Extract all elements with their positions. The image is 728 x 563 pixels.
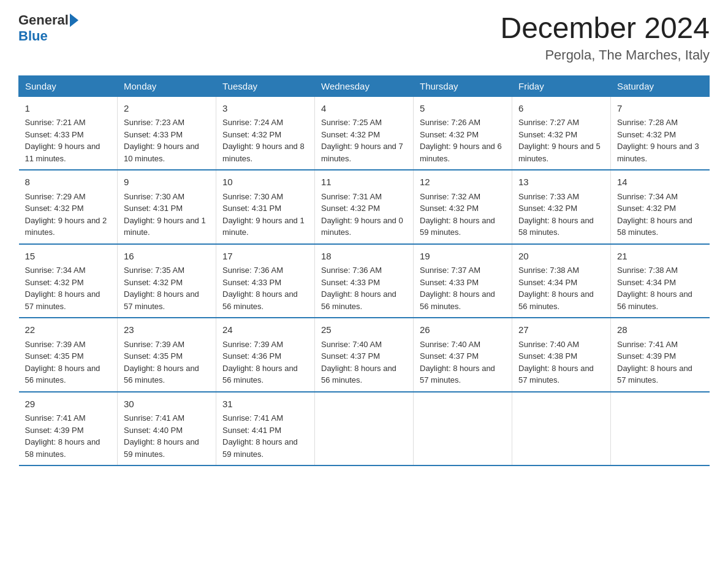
calendar-cell: 29Sunrise: 7:41 AMSunset: 4:39 PMDayligh… <box>19 392 118 466</box>
day-info: Sunrise: 7:41 AMSunset: 4:40 PMDaylight:… <box>124 413 199 459</box>
day-info: Sunrise: 7:35 AMSunset: 4:32 PMDaylight:… <box>124 266 199 311</box>
day-number: 19 <box>420 250 506 264</box>
calendar-cell: 19Sunrise: 7:37 AMSunset: 4:33 PMDayligh… <box>414 244 512 318</box>
day-info: Sunrise: 7:39 AMSunset: 4:36 PMDaylight:… <box>222 340 298 385</box>
day-info: Sunrise: 7:36 AMSunset: 4:33 PMDaylight:… <box>321 266 396 311</box>
logo: General Blue <box>18 12 80 44</box>
day-number: 12 <box>420 175 506 190</box>
day-number: 30 <box>124 397 210 412</box>
day-info: Sunrise: 7:33 AMSunset: 4:32 PMDaylight:… <box>518 192 594 237</box>
day-number: 20 <box>518 250 604 264</box>
day-number: 15 <box>25 250 112 264</box>
calendar-cell: 14Sunrise: 7:34 AMSunset: 4:32 PMDayligh… <box>611 170 710 244</box>
day-number: 7 <box>617 102 703 116</box>
day-number: 6 <box>518 102 604 116</box>
calendar-cell: 31Sunrise: 7:41 AMSunset: 4:41 PMDayligh… <box>216 392 315 466</box>
day-number: 4 <box>321 102 407 116</box>
logo-general-text: General <box>18 12 69 28</box>
day-number: 14 <box>617 175 703 190</box>
page-title: December 2024 <box>500 12 710 45</box>
calendar-cell <box>611 392 710 466</box>
calendar-cell: 26Sunrise: 7:40 AMSunset: 4:37 PMDayligh… <box>414 318 512 392</box>
day-info: Sunrise: 7:38 AMSunset: 4:34 PMDaylight:… <box>518 266 594 311</box>
day-info: Sunrise: 7:41 AMSunset: 4:39 PMDaylight:… <box>617 340 692 385</box>
calendar-cell: 5Sunrise: 7:26 AMSunset: 4:32 PMDaylight… <box>414 96 512 170</box>
logo-blue-text: Blue <box>18 28 48 44</box>
day-info: Sunrise: 7:34 AMSunset: 4:32 PMDaylight:… <box>617 192 692 237</box>
calendar-cell: 7Sunrise: 7:28 AMSunset: 4:32 PMDaylight… <box>611 96 710 170</box>
calendar-cell: 17Sunrise: 7:36 AMSunset: 4:33 PMDayligh… <box>216 244 315 318</box>
day-info: Sunrise: 7:32 AMSunset: 4:32 PMDaylight:… <box>420 192 495 237</box>
calendar-cell: 6Sunrise: 7:27 AMSunset: 4:32 PMDaylight… <box>512 96 611 170</box>
calendar-cell: 28Sunrise: 7:41 AMSunset: 4:39 PMDayligh… <box>611 318 710 392</box>
day-info: Sunrise: 7:40 AMSunset: 4:37 PMDaylight:… <box>321 340 396 385</box>
title-block: December 2024 Pergola, The Marches, Ital… <box>500 12 710 63</box>
calendar-week-row: 15Sunrise: 7:34 AMSunset: 4:32 PMDayligh… <box>19 244 710 318</box>
calendar-cell <box>512 392 611 466</box>
day-info: Sunrise: 7:28 AMSunset: 4:32 PMDaylight:… <box>617 118 699 163</box>
day-info: Sunrise: 7:23 AMSunset: 4:33 PMDaylight:… <box>124 118 199 163</box>
logo-arrow-icon <box>70 13 78 27</box>
day-info: Sunrise: 7:36 AMSunset: 4:33 PMDaylight:… <box>222 266 298 311</box>
day-number: 1 <box>25 102 112 116</box>
day-info: Sunrise: 7:37 AMSunset: 4:33 PMDaylight:… <box>420 266 495 311</box>
calendar-cell: 8Sunrise: 7:29 AMSunset: 4:32 PMDaylight… <box>19 170 118 244</box>
header-saturday: Saturday <box>611 75 710 96</box>
calendar-cell: 4Sunrise: 7:25 AMSunset: 4:32 PMDaylight… <box>315 96 414 170</box>
day-number: 16 <box>124 250 210 264</box>
header-wednesday: Wednesday <box>315 75 414 96</box>
calendar-week-row: 29Sunrise: 7:41 AMSunset: 4:39 PMDayligh… <box>19 392 710 466</box>
calendar-cell <box>414 392 512 466</box>
calendar-cell: 25Sunrise: 7:40 AMSunset: 4:37 PMDayligh… <box>315 318 414 392</box>
calendar-cell: 21Sunrise: 7:38 AMSunset: 4:34 PMDayligh… <box>611 244 710 318</box>
day-info: Sunrise: 7:29 AMSunset: 4:32 PMDaylight:… <box>25 192 107 237</box>
day-number: 8 <box>25 175 112 190</box>
day-info: Sunrise: 7:39 AMSunset: 4:35 PMDaylight:… <box>25 340 100 385</box>
day-number: 22 <box>25 323 112 337</box>
calendar-cell: 11Sunrise: 7:31 AMSunset: 4:32 PMDayligh… <box>315 170 414 244</box>
calendar-cell: 15Sunrise: 7:34 AMSunset: 4:32 PMDayligh… <box>19 244 118 318</box>
day-info: Sunrise: 7:34 AMSunset: 4:32 PMDaylight:… <box>25 266 100 311</box>
day-info: Sunrise: 7:40 AMSunset: 4:37 PMDaylight:… <box>420 340 495 385</box>
day-number: 24 <box>222 323 308 337</box>
calendar-cell: 20Sunrise: 7:38 AMSunset: 4:34 PMDayligh… <box>512 244 611 318</box>
calendar-cell: 9Sunrise: 7:30 AMSunset: 4:31 PMDaylight… <box>118 170 216 244</box>
calendar-cell: 13Sunrise: 7:33 AMSunset: 4:32 PMDayligh… <box>512 170 611 244</box>
calendar-cell: 24Sunrise: 7:39 AMSunset: 4:36 PMDayligh… <box>216 318 315 392</box>
day-number: 21 <box>617 250 703 264</box>
day-number: 11 <box>321 175 407 190</box>
day-info: Sunrise: 7:39 AMSunset: 4:35 PMDaylight:… <box>124 340 199 385</box>
day-info: Sunrise: 7:41 AMSunset: 4:39 PMDaylight:… <box>25 413 100 459</box>
day-number: 2 <box>124 102 210 116</box>
day-number: 26 <box>420 323 506 337</box>
calendar-table: SundayMondayTuesdayWednesdayThursdayFrid… <box>18 75 710 467</box>
day-number: 27 <box>518 323 604 337</box>
day-info: Sunrise: 7:31 AMSunset: 4:32 PMDaylight:… <box>321 192 403 237</box>
day-number: 31 <box>222 397 308 412</box>
day-number: 25 <box>321 323 407 337</box>
day-number: 17 <box>222 250 308 264</box>
header-tuesday: Tuesday <box>216 75 315 96</box>
day-info: Sunrise: 7:25 AMSunset: 4:32 PMDaylight:… <box>321 118 403 163</box>
header-monday: Monday <box>118 75 216 96</box>
calendar-cell: 12Sunrise: 7:32 AMSunset: 4:32 PMDayligh… <box>414 170 512 244</box>
header-sunday: Sunday <box>19 75 118 96</box>
day-number: 28 <box>617 323 703 337</box>
day-info: Sunrise: 7:30 AMSunset: 4:31 PMDaylight:… <box>124 192 206 237</box>
header-thursday: Thursday <box>414 75 512 96</box>
calendar-cell: 16Sunrise: 7:35 AMSunset: 4:32 PMDayligh… <box>118 244 216 318</box>
header-friday: Friday <box>512 75 611 96</box>
day-info: Sunrise: 7:26 AMSunset: 4:32 PMDaylight:… <box>420 118 502 163</box>
calendar-week-row: 1Sunrise: 7:21 AMSunset: 4:33 PMDaylight… <box>19 96 710 170</box>
day-number: 10 <box>222 175 308 190</box>
calendar-week-row: 22Sunrise: 7:39 AMSunset: 4:35 PMDayligh… <box>19 318 710 392</box>
calendar-header-row: SundayMondayTuesdayWednesdayThursdayFrid… <box>19 75 710 96</box>
day-info: Sunrise: 7:21 AMSunset: 4:33 PMDaylight:… <box>25 118 100 163</box>
calendar-cell: 27Sunrise: 7:40 AMSunset: 4:38 PMDayligh… <box>512 318 611 392</box>
page-header: General Blue December 2024 Pergola, The … <box>18 12 710 63</box>
day-number: 9 <box>124 175 210 190</box>
day-number: 23 <box>124 323 210 337</box>
calendar-week-row: 8Sunrise: 7:29 AMSunset: 4:32 PMDaylight… <box>19 170 710 244</box>
day-info: Sunrise: 7:27 AMSunset: 4:32 PMDaylight:… <box>518 118 601 163</box>
calendar-cell: 18Sunrise: 7:36 AMSunset: 4:33 PMDayligh… <box>315 244 414 318</box>
